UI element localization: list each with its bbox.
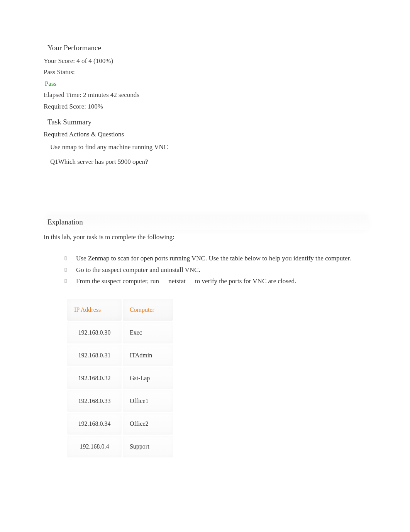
bullet-icon: ▯ xyxy=(64,254,67,262)
actions-subheading: Required Actions & Questions xyxy=(44,129,368,139)
elapsed-time: Elapsed Time: 2 minutes 42 seconds xyxy=(44,90,368,100)
task-item: Q1Which server has port 5900 open? xyxy=(50,157,368,167)
header-ip: IP Address xyxy=(67,299,122,321)
ip-computer-table: IP Address Computer 192.168.0.30 Exec 19… xyxy=(66,298,174,459)
cell-computer: Office2 xyxy=(123,413,173,435)
list-item: ▯ From the suspect computer, run netstat… xyxy=(64,276,368,286)
explanation-intro: In this lab, your task is to complete th… xyxy=(44,232,368,242)
list-item: ▯ Go to the suspect computer and uninsta… xyxy=(64,265,368,275)
cell-ip: 192.168.0.31 xyxy=(67,345,122,366)
table-row: 192.168.0.4 Support xyxy=(67,436,173,457)
cell-computer: Office1 xyxy=(123,390,173,412)
cell-ip: 192.168.0.33 xyxy=(67,390,122,412)
explanation-bullets: ▯ Use Zenmap to scan for open ports runn… xyxy=(64,253,368,286)
bullet-icon: ▯ xyxy=(64,266,67,274)
table-row: 192.168.0.30 Exec xyxy=(67,322,173,343)
bullet-text-post: to verify the ports for VNC are closed. xyxy=(195,277,296,285)
pass-status-label: Pass Status: xyxy=(44,67,368,77)
cell-ip: 192.168.0.30 xyxy=(67,322,122,343)
table-row: 192.168.0.34 Office2 xyxy=(67,413,173,435)
cell-computer: ITAdmin xyxy=(123,345,173,366)
task-item: Use nmap to find any machine running VNC xyxy=(50,142,368,152)
table-row: 192.168.0.33 Office1 xyxy=(67,390,173,412)
cell-ip: 192.168.0.34 xyxy=(67,413,122,435)
table-row: 192.168.0.32 Gst-Lap xyxy=(67,367,173,389)
bullet-text-pre: From the suspect computer, run xyxy=(76,277,159,285)
bullet-icon: ▯ xyxy=(64,277,67,285)
explanation-heading: Explanation xyxy=(47,215,368,230)
score-line: Your Score: 4 of 4 (100%) xyxy=(44,56,368,66)
cell-ip: 192.168.0.32 xyxy=(67,367,122,389)
table-row: 192.168.0.31 ITAdmin xyxy=(67,345,173,366)
cell-computer: Support xyxy=(123,436,173,457)
header-computer: Computer xyxy=(123,299,173,321)
table-header-row: IP Address Computer xyxy=(67,299,173,321)
bullet-text: Go to the suspect computer and uninstall… xyxy=(76,266,200,274)
bullet-text: Use Zenmap to scan for open ports runnin… xyxy=(76,255,351,262)
cell-ip: 192.168.0.4 xyxy=(67,436,122,457)
pass-status-value: Pass xyxy=(45,79,368,89)
cell-computer: Gst-Lap xyxy=(123,367,173,389)
task-summary-heading: Task Summary xyxy=(47,117,368,128)
cell-computer: Exec xyxy=(123,322,173,343)
command-text: netstat xyxy=(161,277,193,285)
list-item: ▯ Use Zenmap to scan for open ports runn… xyxy=(64,253,368,263)
required-score: Required Score: 100% xyxy=(44,102,368,112)
performance-heading: Your Performance xyxy=(47,42,368,54)
